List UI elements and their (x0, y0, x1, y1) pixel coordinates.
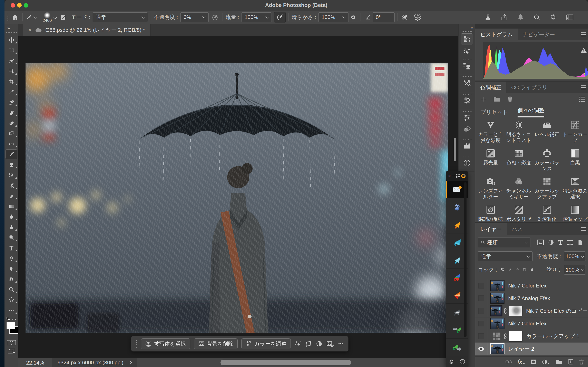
custom-shape-tool[interactable] (4, 295, 18, 305)
eyedropper-tool[interactable] (4, 87, 18, 97)
brush-size-picker[interactable]: 2400 (43, 12, 52, 23)
select-subject-button[interactable]: 被写体を選択 (141, 338, 190, 349)
layer-row-layer-2-selected[interactable]: レイヤー 2 (475, 342, 588, 355)
new-layer-icon[interactable] (568, 359, 573, 365)
new-group-icon[interactable] (555, 359, 562, 365)
layer-name[interactable]: Nik 7 Color Efex (508, 283, 546, 289)
adjust-color-button[interactable]: カラーを調整 (241, 338, 291, 349)
marquee-tool[interactable] (4, 45, 18, 55)
taskbar-drag-handle[interactable] (135, 339, 138, 348)
visibility-toggle[interactable] (475, 342, 487, 355)
document-tab[interactable]: × G88.psdc @ 22.1% (レイヤー 2, RGB/8) * (23, 24, 150, 36)
lock-pixels-icon[interactable] (508, 267, 512, 272)
layer-name[interactable]: Nik 7 Analog Efex (508, 295, 550, 301)
layer-row-nik7-color-efex-1[interactable]: Nik 7 Color Efex (475, 279, 588, 292)
layer-row-color-lookup[interactable]: カラールックアップ 1 (475, 330, 588, 343)
adjustment-halfcircle-icon[interactable] (316, 340, 323, 347)
canvas-hscrollbar[interactable] (221, 360, 351, 365)
blend-mode-select[interactable]: 通常 (93, 12, 148, 22)
layer-comps-panel-button[interactable] (458, 97, 475, 105)
layers-menu-icon[interactable] (581, 226, 586, 231)
adj-selective-color[interactable]: 特定色域の選択 (561, 177, 588, 200)
default-colors-icon[interactable] (6, 317, 11, 322)
filter-adjustment-layers-icon[interactable] (548, 239, 554, 245)
patch-tool[interactable] (4, 128, 18, 139)
visibility-toggle[interactable] (475, 292, 487, 305)
selection-brush-tool[interactable] (4, 55, 18, 66)
path-selection-tool[interactable] (4, 263, 18, 274)
remove-background-button[interactable]: 背景を削除 (194, 338, 238, 349)
visibility-toggle[interactable] (475, 330, 487, 342)
close-tab-icon[interactable]: × (28, 27, 31, 33)
filter-smart-objects-icon[interactable] (577, 239, 583, 245)
healing-brush-tool[interactable] (4, 118, 18, 128)
options-grip[interactable] (7, 13, 9, 22)
generate-panel-button[interactable] (458, 47, 475, 55)
minimize-window-button[interactable] (17, 3, 22, 8)
layer-thumbnail[interactable] (490, 318, 504, 329)
lock-position-icon[interactable] (515, 267, 519, 272)
zoom-window-button[interactable] (24, 3, 28, 8)
zoom-level-field[interactable]: 22.14% (26, 360, 44, 366)
info-panel-button[interactable] (458, 159, 475, 167)
tab-histogram[interactable]: ヒストグラム (475, 29, 518, 40)
new-adjustment-layer-button[interactable] (542, 359, 550, 365)
layer-name[interactable]: レイヤー 2 (508, 345, 534, 352)
object-selection-tool[interactable] (4, 66, 18, 76)
gradient-tool[interactable] (4, 201, 18, 211)
canvas-area[interactable]: 被写体を選択 背景を削除 カラーを調整 (18, 36, 458, 358)
filter-pixel-layers-icon[interactable] (537, 239, 544, 245)
zoom-tool[interactable] (4, 284, 18, 295)
list-view-icon[interactable] (579, 96, 585, 102)
tools-panel-button[interactable] (458, 79, 475, 87)
nik-close-icon[interactable]: × (448, 173, 451, 179)
adj-curves[interactable]: トーンカーブ (561, 120, 588, 143)
brush-size-chevron[interactable] (53, 15, 57, 19)
tab-navigator[interactable]: ナビゲーター (518, 29, 560, 40)
nik-layout-icon[interactable] (456, 174, 460, 178)
pressure-size-button[interactable] (401, 12, 410, 23)
toolbar-grip[interactable] (6, 32, 17, 33)
swap-colors-icon[interactable] (11, 317, 17, 322)
layer-thumbnail[interactable] (490, 293, 504, 304)
lock-all-icon[interactable] (530, 267, 534, 273)
dock-grip-6[interactable] (458, 139, 475, 141)
pressure-opacity-button[interactable] (211, 12, 220, 23)
mask-link-icon[interactable] (504, 308, 507, 314)
document-info-box[interactable]: 9324 px x 6000 px (300 ppi) (52, 358, 137, 367)
blur-tool[interactable] (4, 211, 18, 222)
history-panel-button[interactable] (458, 33, 475, 44)
history-brush-tool[interactable] (4, 170, 18, 180)
visibility-toggle[interactable] (475, 317, 487, 330)
nik-plugin-output-sharpener[interactable] (446, 338, 468, 356)
symmetry-button[interactable] (413, 12, 422, 23)
brush-tool[interactable] (4, 149, 18, 159)
more-options-icon[interactable] (337, 340, 344, 347)
hand-tool[interactable] (4, 274, 18, 284)
nik-scrollbar[interactable] (464, 182, 467, 337)
adj-color-balance[interactable]: カラーバランス (533, 149, 561, 172)
screen-mode-button[interactable] (4, 348, 18, 355)
transform-icon[interactable] (305, 340, 312, 347)
blend-panel-button[interactable] (458, 125, 475, 133)
layer-fill-select[interactable]: 100% (564, 265, 586, 275)
dock-collapse-chevrons[interactable]: « (458, 25, 475, 30)
generative-sparkle-icon[interactable] (294, 340, 301, 347)
filter-shape-layers-icon[interactable] (567, 239, 573, 245)
layer-style-fx-button[interactable]: fx (518, 359, 525, 365)
content-aware-move-tool[interactable] (4, 139, 18, 149)
clone-source-panel-button[interactable] (458, 62, 475, 70)
eraser-tool[interactable] (4, 191, 18, 201)
add-image-icon[interactable] (326, 340, 334, 347)
canvas-vscrollbar[interactable] (454, 138, 456, 161)
add-mask-icon[interactable] (530, 359, 536, 365)
home-button[interactable] (11, 12, 20, 23)
layer-name[interactable]: カラールックアップ 1 (526, 333, 579, 340)
tab-paths[interactable]: パス (507, 223, 527, 235)
nik-settings-gear-icon[interactable] (448, 359, 454, 365)
tool-preset-button[interactable] (26, 12, 37, 23)
layer-name[interactable]: Nik 7 Color Efex (508, 320, 546, 327)
layer-thumbnail[interactable] (490, 343, 504, 354)
move-tool[interactable] (4, 35, 18, 45)
nik-minimize-icon[interactable]: − (452, 173, 455, 179)
